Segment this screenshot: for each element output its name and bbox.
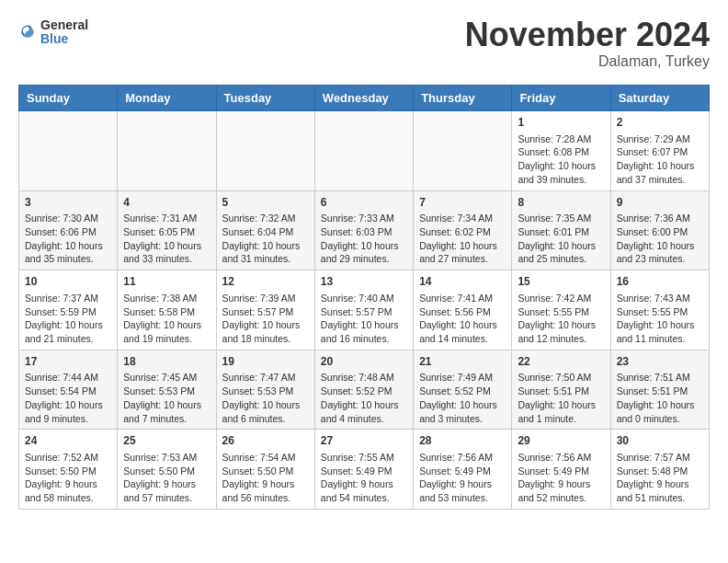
day-number: 29 [518,433,604,449]
day-number: 9 [617,195,703,211]
sunset-text: Sunset: 6:00 PM [617,225,703,239]
col-sunday: Sunday [19,86,118,111]
daylight-text: and 21 minutes. [25,332,111,346]
daylight-text: and 35 minutes. [25,252,111,266]
sunrise-text: Sunrise: 7:31 AM [123,212,210,225]
sunrise-text: Sunrise: 7:47 AM [222,371,309,385]
daylight-text: Daylight: 10 hours [518,398,604,412]
sunset-text: Sunset: 5:55 PM [518,305,604,319]
col-friday: Friday [512,86,610,111]
table-row: 12Sunrise: 7:39 AMSunset: 5:57 PMDayligh… [216,270,314,350]
calendar-week-row: 10Sunrise: 7:37 AMSunset: 5:59 PMDayligh… [19,270,710,350]
sunrise-text: Sunrise: 7:56 AM [518,451,604,465]
sunset-text: Sunset: 5:49 PM [321,465,407,478]
sunset-text: Sunset: 5:57 PM [321,305,407,319]
day-cell: 29Sunrise: 7:56 AMSunset: 5:49 PMDayligh… [518,433,604,505]
table-row: 8Sunrise: 7:35 AMSunset: 6:01 PMDaylight… [512,190,610,270]
day-cell: 20Sunrise: 7:48 AMSunset: 5:52 PMDayligh… [321,354,407,426]
day-cell: 26Sunrise: 7:54 AMSunset: 5:50 PMDayligh… [222,433,309,505]
col-thursday: Thursday [414,86,512,111]
sunrise-text: Sunrise: 7:38 AM [123,292,210,305]
day-cell: 3Sunrise: 7:30 AMSunset: 6:06 PMDaylight… [25,195,111,267]
sunset-text: Sunset: 5:55 PM [617,305,703,319]
table-row: 29Sunrise: 7:56 AMSunset: 5:49 PMDayligh… [512,430,610,510]
daylight-text: Daylight: 9 hours [123,477,210,491]
day-cell: 13Sunrise: 7:40 AMSunset: 5:57 PMDayligh… [321,274,407,346]
sunset-text: Sunset: 6:08 PM [518,145,604,159]
day-cell: 11Sunrise: 7:38 AMSunset: 5:58 PMDayligh… [123,274,210,346]
sunrise-text: Sunrise: 7:29 AM [617,132,703,146]
daylight-text: and 58 minutes. [25,491,111,505]
daylight-text: and 9 minutes. [25,412,111,426]
daylight-text: and 12 minutes. [518,332,604,346]
day-cell: 1Sunrise: 7:28 AMSunset: 6:08 PMDaylight… [518,115,604,187]
page-header: General Blue November 2024 Dalaman, Turk… [18,18,710,70]
daylight-text: Daylight: 9 hours [518,477,604,491]
day-cell: 21Sunrise: 7:49 AMSunset: 5:52 PMDayligh… [419,354,506,426]
daylight-text: and 23 minutes. [617,252,703,266]
sunset-text: Sunset: 5:51 PM [518,385,604,398]
table-row [19,111,118,191]
day-number: 24 [25,433,111,449]
title-area: November 2024 Dalaman, Turkey [465,18,710,70]
sunset-text: Sunset: 6:07 PM [617,145,703,159]
daylight-text: Daylight: 10 hours [518,239,604,253]
day-number: 16 [617,274,703,290]
logo-icon [18,23,37,41]
day-cell: 12Sunrise: 7:39 AMSunset: 5:57 PMDayligh… [222,274,309,346]
day-cell: 14Sunrise: 7:41 AMSunset: 5:56 PMDayligh… [419,274,506,346]
day-cell: 23Sunrise: 7:51 AMSunset: 5:51 PMDayligh… [617,354,703,426]
sunrise-text: Sunrise: 7:34 AM [419,212,506,225]
table-row: 14Sunrise: 7:41 AMSunset: 5:56 PMDayligh… [414,270,512,350]
col-monday: Monday [118,86,216,111]
sunrise-text: Sunrise: 7:32 AM [222,212,309,225]
daylight-text: Daylight: 10 hours [222,239,309,253]
daylight-text: and 51 minutes. [617,491,703,505]
sunrise-text: Sunrise: 7:44 AM [25,371,111,385]
daylight-text: and 25 minutes. [518,252,604,266]
sunset-text: Sunset: 5:49 PM [419,465,506,478]
sunrise-text: Sunrise: 7:50 AM [518,371,604,385]
day-number: 5 [222,195,309,211]
day-number: 17 [25,354,111,370]
table-row [216,111,314,191]
day-cell: 27Sunrise: 7:55 AMSunset: 5:49 PMDayligh… [321,433,407,505]
table-row: 19Sunrise: 7:47 AMSunset: 5:53 PMDayligh… [216,350,314,430]
day-cell: 17Sunrise: 7:44 AMSunset: 5:54 PMDayligh… [25,354,111,426]
daylight-text: and 16 minutes. [321,332,407,346]
table-row: 28Sunrise: 7:56 AMSunset: 5:49 PMDayligh… [414,430,512,510]
sunset-text: Sunset: 5:51 PM [617,385,703,398]
day-number: 15 [518,274,604,290]
daylight-text: and 56 minutes. [222,491,309,505]
day-number: 1 [518,115,604,131]
daylight-text: and 7 minutes. [123,412,210,426]
sunrise-text: Sunrise: 7:40 AM [321,292,407,305]
day-cell: 24Sunrise: 7:52 AMSunset: 5:50 PMDayligh… [25,433,111,505]
day-number: 18 [123,354,210,370]
sunrise-text: Sunrise: 7:53 AM [123,451,210,465]
daylight-text: Daylight: 10 hours [25,318,111,332]
day-number: 23 [617,354,703,370]
daylight-text: Daylight: 9 hours [222,477,309,491]
month-title: November 2024 [465,18,710,52]
sunset-text: Sunset: 5:50 PM [123,465,210,478]
sunset-text: Sunset: 5:53 PM [123,385,210,398]
daylight-text: Daylight: 10 hours [321,398,407,412]
sunrise-text: Sunrise: 7:52 AM [25,451,111,465]
table-row: 23Sunrise: 7:51 AMSunset: 5:51 PMDayligh… [610,350,709,430]
daylight-text: Daylight: 10 hours [617,239,703,253]
location-subtitle: Dalaman, Turkey [465,53,710,70]
table-row: 10Sunrise: 7:37 AMSunset: 5:59 PMDayligh… [19,270,118,350]
daylight-text: and 1 minute. [518,412,604,426]
day-number: 19 [222,354,309,370]
sunset-text: Sunset: 5:54 PM [25,385,111,398]
day-cell: 25Sunrise: 7:53 AMSunset: 5:50 PMDayligh… [123,433,210,505]
day-cell: 2Sunrise: 7:29 AMSunset: 6:07 PMDaylight… [617,115,703,187]
logo-line1: General [40,18,88,32]
sunset-text: Sunset: 5:49 PM [518,465,604,478]
sunset-text: Sunset: 5:48 PM [617,465,703,478]
day-cell: 22Sunrise: 7:50 AMSunset: 5:51 PMDayligh… [518,354,604,426]
day-cell: 10Sunrise: 7:37 AMSunset: 5:59 PMDayligh… [25,274,111,346]
app-logo: General Blue [18,18,88,47]
table-row: 17Sunrise: 7:44 AMSunset: 5:54 PMDayligh… [19,350,118,430]
